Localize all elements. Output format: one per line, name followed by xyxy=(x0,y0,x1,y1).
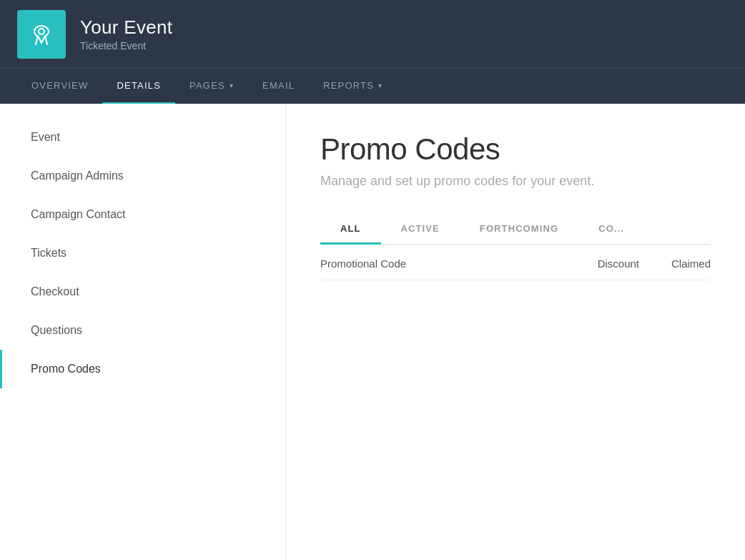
nav-item-email[interactable]: EMAIL xyxy=(248,69,309,104)
nav-item-pages[interactable]: PAGES ▾ xyxy=(175,69,248,104)
nav-item-details[interactable]: DETAILS xyxy=(102,69,175,104)
sidebar-label-promo-codes: Promo Codes xyxy=(31,363,101,375)
nav-label-pages: PAGES xyxy=(189,80,225,91)
sidebar: Event Campaign Admins Campaign Contact T… xyxy=(0,104,286,560)
sidebar-label-checkout: Checkout xyxy=(31,285,79,298)
tab-completed-label: CO... xyxy=(598,223,624,234)
chevron-down-icon: ▾ xyxy=(230,82,234,89)
sidebar-label-event: Event xyxy=(31,131,60,143)
chevron-down-icon-reports: ▾ xyxy=(378,82,383,89)
header-text-group: Your Event Ticketed Event xyxy=(80,16,172,51)
event-subtitle: Ticketed Event xyxy=(80,40,172,51)
tab-forthcoming[interactable]: FORTHCOMING xyxy=(460,215,578,245)
sidebar-item-campaign-contact[interactable]: Campaign Contact xyxy=(0,195,285,234)
tab-all[interactable]: ALL xyxy=(320,215,381,245)
page-title: Promo Codes xyxy=(320,132,711,167)
nav-item-overview[interactable]: OVERVIEW xyxy=(17,69,102,104)
sidebar-label-tickets: Tickets xyxy=(31,247,66,259)
event-logo xyxy=(17,10,66,59)
sidebar-label-questions: Questions xyxy=(31,324,82,336)
promo-table: Promotional Code Discount Claimed xyxy=(320,245,711,280)
tab-all-label: ALL xyxy=(340,223,361,234)
sidebar-item-checkout[interactable]: Checkout xyxy=(0,272,285,311)
page-subtitle: Manage and set up promo codes for your e… xyxy=(320,174,711,189)
svg-point-0 xyxy=(39,29,44,34)
sidebar-item-promo-codes[interactable]: Promo Codes xyxy=(0,350,285,388)
app-header: Your Event Ticketed Event xyxy=(0,0,745,68)
event-title: Your Event xyxy=(80,16,172,39)
promo-tabs: ALL ACTIVE FORTHCOMING CO... xyxy=(320,215,711,245)
col-header-discount: Discount xyxy=(553,257,639,270)
sidebar-item-event[interactable]: Event xyxy=(0,118,285,157)
tab-forthcoming-label: FORTHCOMING xyxy=(480,223,558,234)
sidebar-item-questions[interactable]: Questions xyxy=(0,311,285,350)
sidebar-label-campaign-contact: Campaign Contact xyxy=(31,208,126,220)
sidebar-item-tickets[interactable]: Tickets xyxy=(0,234,285,272)
main-panel: Promo Codes Manage and set up promo code… xyxy=(286,104,745,560)
nav-item-reports[interactable]: REPORTS ▾ xyxy=(309,69,397,104)
ribbon-icon xyxy=(27,20,56,49)
tab-active-label: ACTIVE xyxy=(401,223,440,234)
nav-label-overview: OVERVIEW xyxy=(31,80,88,91)
sidebar-label-campaign-admins: Campaign Admins xyxy=(31,170,124,182)
content-area: Event Campaign Admins Campaign Contact T… xyxy=(0,104,745,560)
nav-label-details: DETAILS xyxy=(117,80,161,91)
main-nav: OVERVIEW DETAILS PAGES ▾ EMAIL REPORTS ▾ xyxy=(0,68,745,104)
table-header-row: Promotional Code Discount Claimed xyxy=(320,245,711,280)
col-header-promo-code: Promotional Code xyxy=(320,257,553,270)
nav-label-email: EMAIL xyxy=(262,80,295,91)
nav-label-reports: REPORTS xyxy=(323,80,374,91)
sidebar-item-campaign-admins[interactable]: Campaign Admins xyxy=(0,157,285,195)
col-header-claimed: Claimed xyxy=(639,257,711,270)
tab-active[interactable]: ACTIVE xyxy=(381,215,460,245)
tab-completed[interactable]: CO... xyxy=(578,215,644,245)
